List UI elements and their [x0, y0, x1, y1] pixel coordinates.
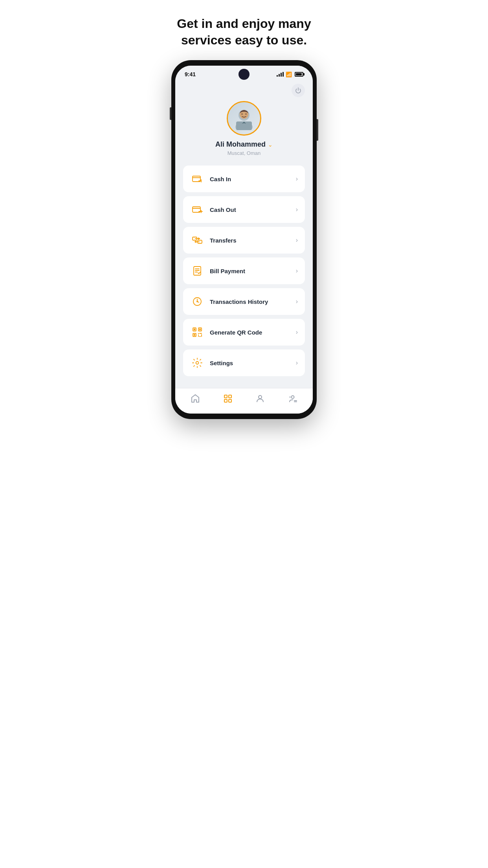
transfers-icon: [190, 233, 204, 247]
menu-item-transactions-history[interactable]: Transactions History ›: [183, 288, 305, 315]
chevron-right-cash-out: ›: [296, 206, 298, 213]
menu-label-cash-out: Cash Out: [210, 206, 290, 213]
settings-icon: [190, 356, 204, 370]
menu-item-transfers[interactable]: Transfers ›: [183, 227, 305, 254]
more-nav-icon: [288, 394, 297, 406]
nav-item-profile[interactable]: [250, 394, 270, 406]
profile-nav-icon: [255, 394, 265, 406]
svg-rect-31: [194, 334, 195, 336]
notch: [238, 69, 250, 80]
menu-item-bill-payment[interactable]: Bill Payment ›: [183, 257, 305, 284]
chevron-right-generate-qr-code: ›: [296, 329, 298, 336]
menu-label-transactions-history: Transactions History: [210, 298, 290, 305]
avatar-image: [228, 102, 260, 134]
cash-in-icon: [190, 172, 204, 186]
svg-point-43: [291, 396, 294, 399]
chevron-right-bill-payment: ›: [296, 267, 298, 274]
status-bar: 9:41 📶: [175, 66, 313, 80]
svg-rect-41: [229, 399, 231, 402]
user-name: Ali Mohammed: [215, 140, 266, 149]
menu-item-cash-out[interactable]: Cash Out ›: [183, 196, 305, 223]
power-button[interactable]: [292, 84, 305, 97]
power-btn-row: [183, 84, 305, 97]
user-name-row[interactable]: Ali Mohammed ⌄: [215, 140, 273, 149]
qr-code-icon: [190, 325, 204, 339]
svg-rect-38: [224, 395, 227, 398]
svg-rect-27: [194, 329, 195, 330]
status-icons: 📶: [277, 72, 303, 77]
menu-item-settings[interactable]: Settings ›: [183, 349, 305, 376]
bill-payment-icon: [190, 264, 204, 278]
menu-label-transfers: Transfers: [210, 237, 290, 244]
phone-screen: 9:41 📶: [175, 66, 313, 414]
chevron-right-transfers: ›: [296, 237, 298, 244]
page-wrapper: Get in and enjoy many services easy to u…: [163, 0, 325, 435]
menu-item-generate-qr-code[interactable]: Generate QR Code ›: [183, 319, 305, 346]
menu-label-settings: Settings: [210, 360, 290, 366]
menu-label-generate-qr-code: Generate QR Code: [210, 329, 290, 336]
svg-point-25: [196, 301, 198, 302]
app-content: Ali Mohammed ⌄ Muscat, Oman: [175, 80, 313, 384]
tagline: Get in and enjoy many services easy to u…: [163, 0, 325, 60]
phone-shell: 9:41 📶: [171, 60, 317, 419]
nav-item-more[interactable]: [283, 394, 303, 406]
nav-item-home[interactable]: [185, 394, 205, 406]
svg-point-42: [259, 395, 262, 399]
svg-rect-40: [224, 399, 227, 402]
menu-list: Cash In ›: [183, 166, 305, 376]
chevron-right-transactions-history: ›: [296, 298, 298, 305]
chevron-right-settings: ›: [296, 359, 298, 366]
svg-point-37: [196, 362, 199, 364]
menu-label-bill-payment: Bill Payment: [210, 268, 290, 274]
chevron-right-cash-in: ›: [296, 175, 298, 182]
services-nav-icon: [223, 394, 233, 406]
cash-out-icon: [190, 202, 204, 217]
home-nav-icon: [191, 394, 200, 406]
profile-section: Ali Mohammed ⌄ Muscat, Oman: [183, 101, 305, 156]
battery-icon: [295, 72, 303, 77]
status-time: 9:41: [185, 71, 196, 77]
menu-label-cash-in: Cash In: [210, 176, 290, 182]
svg-rect-39: [229, 395, 231, 398]
transactions-history-icon: [190, 294, 204, 309]
dropdown-chevron-icon: ⌄: [268, 142, 273, 148]
wifi-icon: 📶: [286, 72, 292, 77]
svg-rect-29: [199, 329, 201, 330]
svg-rect-20: [194, 267, 201, 275]
svg-point-44: [289, 397, 290, 398]
bottom-nav: [175, 388, 313, 414]
nav-item-services[interactable]: [218, 394, 238, 406]
signal-bars-icon: [277, 72, 284, 77]
svg-point-5: [246, 114, 247, 115]
menu-item-cash-in[interactable]: Cash In ›: [183, 166, 305, 192]
svg-point-4: [242, 114, 243, 115]
avatar: [227, 101, 261, 136]
user-location: Muscat, Oman: [227, 150, 261, 156]
